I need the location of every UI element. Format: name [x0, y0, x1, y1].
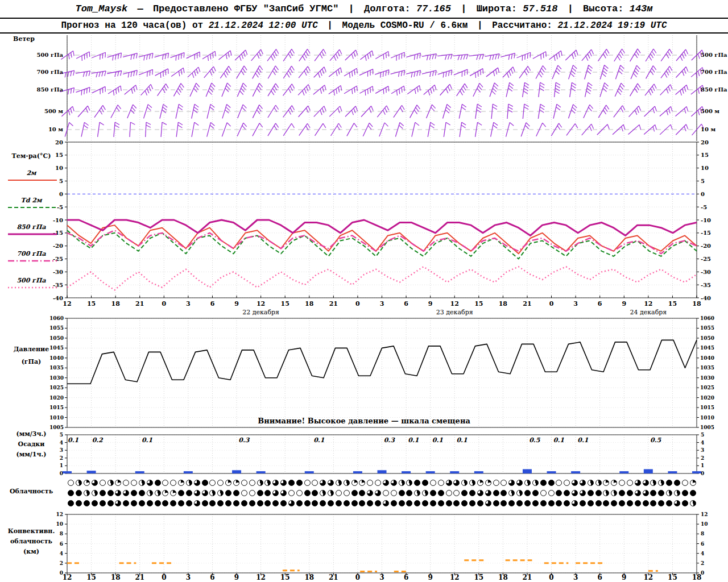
wind-barb-feather	[176, 56, 176, 61]
cloud-cover-symbol	[100, 490, 106, 496]
cloud-cover-symbol	[194, 490, 200, 496]
wind-barb-feather	[605, 107, 607, 111]
wind-barb-feather	[493, 125, 497, 128]
wind-barb-feather	[210, 104, 214, 107]
wind-barb-feather	[308, 123, 311, 128]
wind-barb-feather	[510, 82, 514, 85]
cloud-cover-symbol	[170, 490, 176, 496]
axis-tick-label: 1025	[49, 385, 64, 390]
wind-barb-feather	[131, 72, 131, 77]
hour-label-bottom: 18	[692, 573, 702, 581]
axis-tick-label: 8	[701, 531, 704, 537]
wind-barb-feather	[592, 49, 594, 54]
wind-barb-feather	[150, 70, 150, 76]
wind-barb-feather	[272, 88, 275, 92]
wind-barb-feather	[513, 67, 515, 72]
hour-label-bottom: 21	[329, 573, 338, 581]
wind-barb-feather	[121, 70, 122, 76]
wind-barb-feather	[308, 85, 310, 89]
cloud-cover-symbol	[422, 480, 428, 486]
legend-label-500: 500 гПа	[1, 277, 61, 284]
cloud-cover-symbol	[304, 500, 311, 506]
wind-barb-feather	[257, 110, 260, 114]
axis-tick-label: 5	[701, 432, 704, 438]
cloud-cover-symbol	[690, 480, 696, 486]
wind-barb-feather	[639, 106, 641, 110]
cloud-cover-symbol	[139, 480, 145, 486]
cloud-cover-symbol	[312, 490, 318, 496]
cloud-cover-symbol	[595, 490, 602, 496]
wind-barb-feather	[338, 123, 341, 128]
wind-barb-feather	[86, 88, 87, 93]
wind-barb-feather	[229, 66, 231, 70]
wind-barb-feather	[524, 85, 529, 88]
meteogram-page: Tom_Maysk — Предоставлено ФГБУ "ЗапСиб У…	[0, 0, 728, 582]
cloud-cover-symbol	[155, 490, 161, 496]
wind-barb-feather	[433, 71, 434, 76]
cloud-cover-symbol	[225, 480, 231, 486]
wind-barb	[516, 52, 530, 57]
cloud-cover-symbol	[438, 500, 444, 506]
hour-label-bottom: 9	[428, 573, 432, 581]
cloud-cover-symbol	[430, 500, 436, 506]
wind-barb-feather	[71, 52, 72, 57]
hour-label-bottom: 15	[474, 573, 483, 581]
cloud-cover-symbol	[603, 500, 609, 506]
cloud-cover-symbol	[493, 480, 499, 486]
wind-barb-feather	[334, 56, 336, 61]
axis-tick-label: 1025	[700, 385, 714, 390]
wind-barb-feather	[386, 88, 386, 93]
wind-barb-feather	[462, 122, 466, 125]
cloud-cover-symbol	[627, 500, 633, 506]
hour-label-bottom: 15	[280, 573, 290, 581]
axis-tick-label: 1015	[700, 405, 714, 410]
hour-label-bottom: 0	[355, 573, 360, 581]
precip-bar	[644, 469, 653, 474]
wind-barb-feather	[198, 67, 200, 72]
wind-barb-feather	[210, 86, 214, 90]
cloud-cover-symbol	[414, 500, 420, 506]
cloud-cover-symbol	[650, 500, 656, 506]
wind-barb-feather	[307, 86, 308, 91]
wind-barb-feather	[368, 126, 371, 130]
hour-label: 15	[474, 300, 483, 307]
wind-barb-feather	[336, 71, 337, 76]
wind-barb-feather	[530, 52, 531, 57]
cloud-cover-symbol	[115, 480, 121, 486]
cloud-cover-symbol	[264, 490, 271, 496]
wind-barb-feather	[509, 71, 511, 76]
wind-barb-feather	[150, 54, 151, 59]
wind-barb-feather	[292, 49, 295, 53]
wind-barb-feather	[461, 55, 462, 60]
cloud-cover-symbol	[674, 490, 680, 496]
wind-barb-feather	[149, 86, 151, 91]
wind-barb-feather	[288, 70, 291, 75]
wind-barb-feather	[555, 88, 560, 91]
cloud-cover-symbol	[422, 500, 428, 506]
cloud-cover-symbol	[257, 480, 263, 486]
hour-label-bottom: 21	[523, 573, 532, 581]
wind-barb-feather	[525, 55, 526, 60]
precip-bar	[135, 471, 144, 473]
wind-barb-feather	[461, 107, 465, 110]
wind-barb-feather	[118, 88, 119, 93]
wind-barb-feather	[603, 68, 607, 71]
wind-panel-label: Ветер	[1, 35, 47, 43]
wind-barb-feather	[399, 89, 400, 94]
wind-barb-feather	[86, 108, 88, 113]
wind-barb-feather	[411, 72, 412, 77]
wind-barb-feather	[540, 104, 545, 107]
wind-barb-feather	[649, 56, 652, 61]
axis-tick-label: 1060	[49, 315, 64, 321]
cloud-cover-symbol	[170, 500, 176, 506]
wind-barb-feather	[511, 69, 512, 73]
wind-barb-feather	[178, 88, 181, 92]
wind-barb-feather	[136, 85, 137, 90]
wind-barb-feather	[586, 56, 588, 61]
cloud-cover-symbol	[485, 480, 491, 486]
cloud-cover-symbol	[312, 500, 318, 506]
wind-barb-feather	[118, 105, 121, 109]
hour-label: 18	[499, 300, 508, 307]
wind-barb-feather	[227, 123, 230, 126]
hour-label-bottom: 6	[210, 573, 214, 581]
